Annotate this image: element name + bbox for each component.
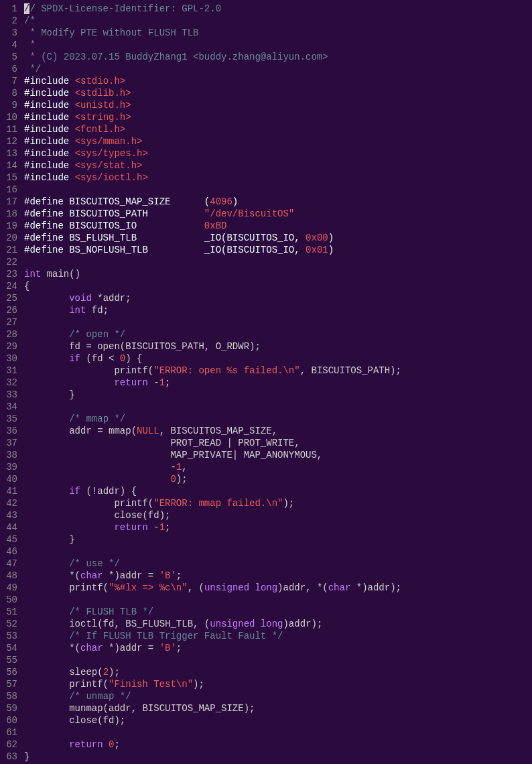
line-number: 32 (0, 377, 17, 389)
token-comment: / SPDX-License-Identifier: GPL-2.0 (29, 3, 221, 14)
line-number: 51 (0, 606, 17, 618)
line-number: 59 (0, 702, 17, 714)
code-line[interactable]: fd = open(BISCUITOS_PATH, O_RDWR); (24, 340, 401, 353)
code-line[interactable]: } (24, 389, 401, 401)
code-line[interactable]: * (24, 39, 401, 51)
token-include: <stdlib.h> (75, 88, 131, 99)
code-line[interactable]: } (24, 533, 401, 546)
code-line[interactable]: * Modify PTE without FLUSH TLB (24, 27, 401, 39)
code-line[interactable]: int fd; (24, 304, 401, 316)
code-line[interactable]: } (24, 751, 401, 763)
code-line[interactable]: #include <string.h> (24, 111, 401, 123)
code-line[interactable]: */ (24, 63, 401, 75)
code-line[interactable]: #define BISCUITOS_PATH "/dev/BiscuitOS" (24, 208, 401, 220)
line-number: 63 (0, 751, 17, 763)
token-type: if (69, 486, 80, 497)
code-line[interactable]: printf("ERROR: open %s failed.\n", BISCU… (24, 365, 401, 377)
line-number: 24 (0, 280, 17, 292)
token-default: ); (109, 667, 120, 678)
code-line[interactable]: ioctl(fd, BS_FLUSH_TLB, (unsigned long)a… (24, 618, 401, 630)
code-line[interactable]: close(fd); (24, 714, 401, 726)
code-line[interactable]: /* open */ (24, 328, 401, 340)
code-line[interactable]: printf("Finish Test\n"); (24, 678, 401, 690)
code-line[interactable]: /* unmap */ (24, 690, 401, 702)
code-line[interactable]: return 0; (24, 739, 401, 751)
token-default: fd; (86, 305, 109, 316)
token-default: } (24, 534, 75, 545)
token-number: 4096 (210, 196, 232, 207)
token-string: "ERROR: open %s failed.\n" (153, 365, 300, 376)
code-line[interactable]: #include <sys/stat.h> (24, 160, 401, 172)
line-number: 12 (0, 135, 17, 147)
code-line[interactable]: *(char *)addr = 'B'; (24, 642, 401, 654)
code-line[interactable]: close(fd); (24, 509, 401, 521)
code-line[interactable]: #include <unistd.h> (24, 99, 401, 111)
code-line[interactable]: #include <sys/types.h> (24, 147, 401, 160)
token-keyword: #define BS_NOFLUSH_TLB _IO(BISCUITOS_IO, (24, 245, 306, 255)
code-line[interactable]: // SPDX-License-Identifier: GPL-2.0 (24, 3, 401, 15)
line-number: 7 (0, 75, 17, 87)
code-line[interactable] (24, 654, 401, 666)
code-line[interactable]: #define BISCUITOS_MAP_SIZE (4096) (24, 196, 401, 208)
token-number: 1 (176, 462, 182, 472)
code-line[interactable]: /* use */ (24, 558, 401, 570)
code-line[interactable] (24, 256, 401, 268)
code-line[interactable]: 0); (24, 473, 401, 485)
token-keyword: #define BISCUITOS_PATH (24, 208, 204, 219)
code-line[interactable]: -1, (24, 461, 401, 473)
token-default (24, 558, 69, 569)
token-default: fd = open(BISCUITOS_PATH, O_RDWR); (24, 341, 261, 352)
code-line[interactable]: void *addr; (24, 292, 401, 304)
code-line[interactable]: if (!addr) { (24, 485, 401, 497)
line-number: 26 (0, 304, 17, 316)
token-include: <sys/types.h> (75, 148, 148, 159)
code-line[interactable]: #include <fcntl.h> (24, 123, 401, 135)
code-line[interactable]: #define BS_FLUSH_TLB _IO(BISCUITOS_IO, 0… (24, 232, 401, 244)
line-number: 47 (0, 558, 17, 570)
code-line[interactable] (24, 184, 401, 196)
code-line[interactable]: munmap(addr, BISCUITOS_MAP_SIZE); (24, 702, 401, 714)
code-line[interactable]: /* FLUSH TLB */ (24, 606, 401, 618)
code-line[interactable]: { (24, 280, 401, 292)
code-line[interactable] (24, 316, 401, 328)
code-line[interactable]: /* If FLUSH TLB Trigger Fault Fault */ (24, 630, 401, 642)
code-line[interactable]: #define BISCUITOS_IO 0xBD (24, 220, 401, 232)
token-number: 0 (170, 474, 176, 485)
code-line[interactable]: /* (24, 15, 401, 27)
code-line[interactable]: #include <sys/ioctl.h> (24, 172, 401, 184)
token-number: 1 (159, 522, 165, 533)
code-line[interactable]: MAP_PRIVATE| MAP_ANONYMOUS, (24, 449, 401, 461)
token-string: "ERROR: mmap failed.\n" (153, 498, 283, 509)
token-default: ); (283, 498, 294, 509)
line-number: 42 (0, 497, 17, 509)
code-line[interactable]: #include <sys/mman.h> (24, 135, 401, 147)
token-keyword: #include (24, 172, 75, 183)
code-line[interactable]: #include <stdio.h> (24, 75, 401, 87)
code-line[interactable]: #include <stdlib.h> (24, 87, 401, 99)
line-number: 9 (0, 99, 17, 111)
code-line[interactable]: * (C) 2023.07.15 BuddyZhang1 <buddy.zhan… (24, 51, 401, 63)
code-line[interactable]: #define BS_NOFLUSH_TLB _IO(BISCUITOS_IO,… (24, 244, 401, 256)
code-content[interactable]: // SPDX-License-Identifier: GPL-2.0/* * … (24, 3, 401, 763)
token-include: <string.h> (75, 112, 131, 123)
code-line[interactable]: *(char *)addr = 'B'; (24, 570, 401, 582)
code-line[interactable] (24, 726, 401, 739)
code-line[interactable] (24, 546, 401, 558)
code-line[interactable]: sleep(2); (24, 666, 401, 678)
token-keyword: ) (232, 196, 238, 207)
code-editor[interactable]: 1234567891011121314151617181920212223242… (0, 0, 532, 764)
code-line[interactable]: return -1; (24, 377, 401, 389)
token-type: int (69, 305, 86, 316)
code-line[interactable]: /* mmap */ (24, 413, 401, 425)
code-line[interactable]: PROT_READ | PROT_WRITE, (24, 437, 401, 449)
line-number: 11 (0, 123, 17, 135)
code-line[interactable]: if (fd < 0) { (24, 353, 401, 365)
code-line[interactable]: int main() (24, 268, 401, 280)
code-line[interactable]: printf("%#lx => %c\n", (unsigned long)ad… (24, 582, 401, 594)
code-line[interactable] (24, 594, 401, 606)
code-line[interactable] (24, 401, 401, 413)
code-line[interactable]: printf("ERROR: mmap failed.\n"); (24, 497, 401, 509)
token-type: char (80, 643, 103, 653)
code-line[interactable]: addr = mmap(NULL, BISCUITOS_MAP_SIZE, (24, 425, 401, 437)
code-line[interactable]: return -1; (24, 521, 401, 533)
